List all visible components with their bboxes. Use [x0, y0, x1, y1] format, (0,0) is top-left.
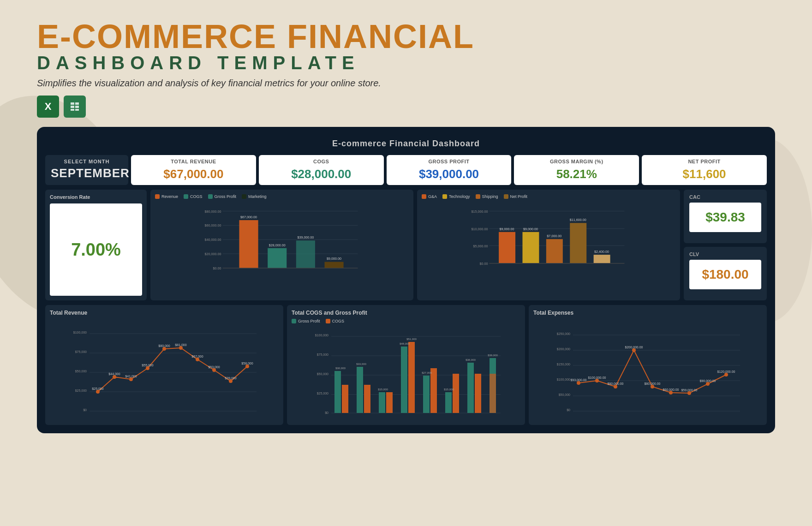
svg-text:$9,000.00: $9,000.00 — [500, 227, 514, 231]
svg-text:$60,000.00: $60,000.00 — [663, 388, 679, 391]
gross-margin-card: Gross Margin (%) 58.21% — [514, 155, 639, 185]
gross-margin-value: 58.21% — [519, 167, 633, 181]
net-profit-value: $11,600 — [647, 167, 761, 181]
svg-point-123 — [614, 385, 617, 389]
gross-profit-label: Gross Profit — [392, 159, 506, 164]
cac-display: $39.83 — [689, 203, 761, 232]
select-month-label: Select Month — [51, 159, 123, 164]
svg-text:$44,000: $44,000 — [108, 372, 120, 376]
svg-rect-85 — [342, 385, 348, 413]
gross-profit-value: $39,000.00 — [392, 167, 506, 181]
svg-text:$75,000: $75,000 — [317, 353, 328, 356]
cogs-value: $28,000.00 — [264, 167, 378, 181]
svg-text:$39,000: $39,000 — [225, 377, 236, 380]
title-main: E-COMMERCE FINANCIAL — [37, 18, 775, 55]
svg-rect-104 — [475, 374, 481, 413]
svg-rect-35 — [522, 232, 539, 263]
svg-text:$80,000: $80,000 — [158, 344, 170, 347]
total-revenue-value: $67,000.00 — [137, 167, 251, 181]
select-month-card[interactable]: Select Month SEPTEMBER — [45, 155, 128, 185]
svg-text:$80,000.00: $80,000.00 — [204, 209, 221, 214]
svg-text:$36,000: $36,000 — [466, 359, 476, 361]
svg-rect-37 — [546, 239, 563, 263]
svg-text:$9,000.00: $9,000.00 — [523, 227, 538, 231]
legend-cogs-dot — [184, 194, 188, 199]
svg-text:$50,000: $50,000 — [75, 370, 87, 373]
svg-text:$0.00: $0.00 — [479, 262, 488, 266]
legend-revenue-dot — [155, 194, 160, 199]
svg-rect-87 — [357, 367, 363, 413]
svg-text:$10,000.00: $10,000.00 — [471, 227, 488, 231]
svg-text:$67,000: $67,000 — [191, 355, 203, 358]
bottom-section: Total Revenue $0 $25,000 $50,000 $75,000… — [45, 305, 767, 425]
svg-point-126 — [669, 391, 673, 394]
total-expenses-chart-card: Total Expenses $0 $50,000 $100,000 $150,… — [529, 305, 767, 425]
total-cogs-gross-chart-card: Total COGS and Gross Profit Gross Profit… — [287, 305, 525, 425]
svg-point-124 — [632, 348, 636, 352]
gross-margin-label: Gross Margin (%) — [519, 159, 633, 164]
svg-rect-33 — [499, 232, 515, 263]
svg-rect-0 — [71, 102, 74, 105]
legend-cogs2-dot — [326, 319, 330, 323]
svg-point-56 — [129, 377, 133, 381]
svg-point-127 — [687, 391, 691, 395]
svg-rect-88 — [364, 385, 370, 413]
svg-point-62 — [229, 379, 233, 383]
legend-revenue: Revenue — [155, 194, 178, 199]
svg-rect-18 — [268, 248, 287, 268]
svg-rect-1 — [75, 102, 79, 105]
bar-chart-1: Revenue COGS Gross Profit Marketing — [150, 190, 413, 300]
total-expenses-title: Total Expenses — [533, 310, 762, 316]
legend-gross-profit-label: Gross Profit — [215, 194, 237, 199]
svg-text:$150,000: $150,000 — [557, 363, 570, 366]
svg-text:$7,000.00: $7,000.00 — [547, 234, 561, 238]
svg-text:$15,000.00: $15,000.00 — [471, 209, 488, 214]
metrics-row: Select Month SEPTEMBER Total Revenue $67… — [45, 155, 767, 185]
legend-marketing-label: Marketing — [248, 194, 267, 199]
svg-text:$80,000.00: $80,000.00 — [644, 382, 660, 385]
total-revenue-chart-title: Total Revenue — [50, 310, 279, 316]
svg-point-63 — [245, 365, 249, 368]
clv-label: CLV — [689, 251, 761, 257]
sheets-icon — [64, 96, 86, 118]
legend-technology-label: Technology — [449, 194, 470, 199]
svg-text:$50,000: $50,000 — [559, 393, 570, 396]
svg-text:$15,000: $15,000 — [378, 388, 388, 391]
legend-ga-label: G&A — [428, 194, 437, 199]
total-revenue-chart-svg: $0 $25,000 $50,000 $75,000 $100,000 — [50, 319, 279, 420]
chart2-container: $0.00 $5,000.00 $10,000.00 $15,000.00 $9… — [422, 202, 675, 287]
svg-text:$200,000.00: $200,000.00 — [625, 346, 643, 349]
gross-profit-card: Gross Profit $39,000.00 — [387, 155, 512, 185]
legend-net-profit-dot — [504, 194, 508, 199]
svg-point-57 — [146, 366, 149, 370]
svg-text:$39,000: $39,000 — [488, 354, 498, 357]
svg-point-59 — [179, 346, 183, 350]
svg-text:$93,000.00: $93,000.00 — [570, 378, 586, 382]
svg-rect-91 — [386, 392, 393, 413]
legend-ga: G&A — [422, 194, 437, 199]
svg-text:$25,000: $25,000 — [317, 392, 328, 395]
subtitle-text: Simplifies the visualization and analysi… — [37, 78, 775, 89]
svg-text:$100,000: $100,000 — [315, 334, 328, 337]
svg-text:$25,000: $25,000 — [92, 387, 103, 390]
cac-label: CAC — [689, 194, 761, 200]
legend-ga-dot — [422, 194, 426, 199]
legend-cogs2-label: COGS — [332, 319, 345, 323]
svg-rect-107 — [490, 374, 496, 413]
legend-technology: Technology — [442, 194, 470, 199]
svg-text:$55,000: $55,000 — [142, 364, 153, 367]
svg-point-61 — [212, 368, 216, 372]
svg-rect-93 — [401, 347, 407, 413]
total-cogs-gross-title: Total COGS and Gross Profit — [292, 310, 520, 316]
legend-shipping: Shipping — [476, 194, 498, 199]
svg-text:$75,000: $75,000 — [75, 350, 87, 353]
month-value: SEPTEMBER — [51, 166, 123, 180]
svg-rect-98 — [430, 368, 437, 413]
svg-text:$120,000.00: $120,000.00 — [717, 370, 735, 373]
cogs-card: COGS $28,000.00 — [259, 155, 384, 185]
legend-gross-profit: Gross Profit — [208, 194, 237, 199]
legend-net-profit: Net Profit — [504, 194, 528, 199]
cac-value: $39.83 — [705, 210, 745, 224]
total-revenue-chart-card: Total Revenue $0 $25,000 $50,000 $75,000… — [45, 305, 283, 425]
svg-point-58 — [162, 347, 166, 351]
